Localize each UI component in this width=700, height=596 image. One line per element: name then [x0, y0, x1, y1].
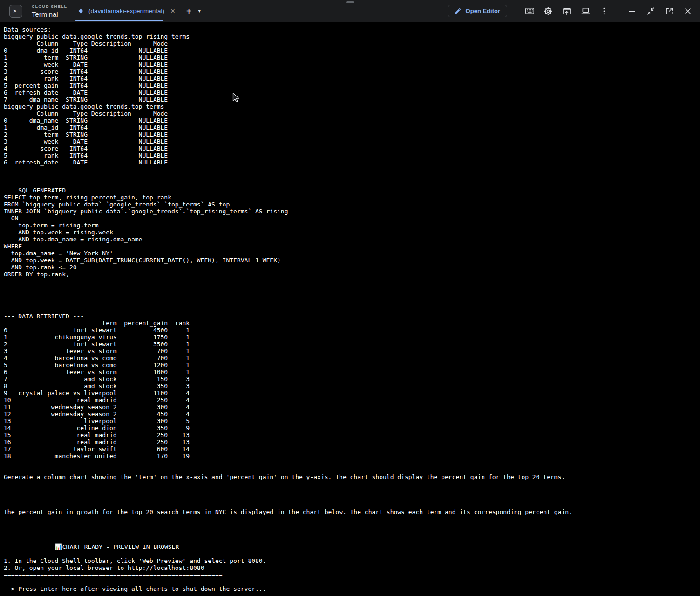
gemini-sparkle-icon	[77, 7, 84, 14]
close-button[interactable]	[682, 6, 693, 17]
web-preview-button[interactable]	[561, 6, 572, 17]
cloud-shell-toolbar: >_ CLOUD SHELL Terminal (davidtamaki-exp…	[0, 0, 700, 22]
open-editor-label: Open Editor	[466, 7, 500, 14]
toolbar-icon-group	[524, 6, 610, 17]
terminal-tab[interactable]: (davidtamaki-experimental) ×	[75, 0, 178, 22]
product-mode-label: Terminal	[32, 10, 67, 18]
tab-menu-chevron-icon[interactable]: ▾	[197, 6, 203, 16]
settings-button[interactable]	[543, 6, 554, 17]
pencil-icon	[455, 7, 462, 14]
gear-icon	[544, 7, 553, 16]
cloud-shell-logo-glyph: >_	[13, 8, 18, 14]
cloud-shell-logo: >_	[9, 5, 22, 18]
collapse-button[interactable]	[645, 6, 656, 17]
product-name: CLOUD SHELL	[32, 4, 67, 9]
terminal-output[interactable]: Data sources: bigquery-public-data.googl…	[0, 22, 700, 596]
product-block: CLOUD SHELL Terminal	[32, 4, 67, 18]
new-tab-button[interactable]: +	[184, 5, 194, 18]
tab-label: (davidtamaki-experimental)	[88, 7, 164, 14]
drag-handle[interactable]	[346, 1, 354, 3]
web-preview-icon	[562, 7, 571, 16]
open-in-new-icon	[665, 7, 674, 16]
more-options-icon	[599, 7, 609, 16]
open-editor-button[interactable]: Open Editor	[448, 5, 507, 17]
terminal-panel-button[interactable]	[580, 6, 591, 17]
minimize-icon	[627, 7, 637, 16]
window-controls	[626, 6, 693, 17]
tab-close-icon[interactable]: ×	[170, 7, 175, 15]
laptop-icon	[581, 6, 591, 16]
more-options-button[interactable]	[598, 6, 610, 17]
minimize-button[interactable]	[626, 6, 638, 17]
collapse-icon	[646, 7, 655, 16]
open-in-new-window-button[interactable]	[664, 6, 675, 17]
keyboard-icon	[525, 6, 535, 16]
close-icon	[683, 7, 693, 16]
keyboard-button[interactable]	[524, 6, 535, 17]
